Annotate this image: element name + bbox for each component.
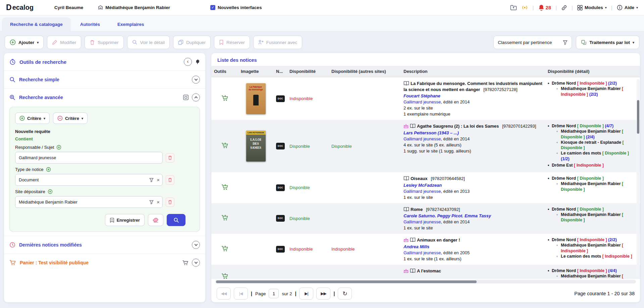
current-site[interactable]: Médiathèque Benjamin Rabier	[98, 5, 170, 10]
availability-count-link[interactable]: (4/7)	[605, 124, 613, 128]
tab-recherche-catalogage[interactable]: Recherche & catalogage	[2, 17, 71, 31]
run-search-button[interactable]	[167, 214, 185, 226]
current-user[interactable]: Cyril Beaume	[54, 5, 83, 10]
layers-icon	[581, 40, 587, 45]
delete-criteria-icon[interactable]	[166, 153, 174, 163]
add-to-cart-icon[interactable]	[221, 273, 228, 279]
responsable-sujet-input[interactable]	[15, 152, 163, 164]
record-row[interactable]: A l'estomacDrôme Nord [ Indisponible ] (…	[211, 265, 640, 279]
filter-funnel-icon[interactable]	[149, 178, 154, 182]
simple-search-section[interactable]: Recherche simple	[4, 71, 205, 88]
duplicate-button[interactable]: Dupliquer	[173, 36, 211, 49]
help-menu[interactable]: Aide ▾	[617, 5, 638, 10]
next-page-button[interactable]: ▶|	[299, 288, 313, 300]
checkbox-checked-icon[interactable]: ✓	[210, 5, 215, 10]
cart-section[interactable]: Panier : Test visibilité publique	[4, 254, 205, 271]
record-row[interactable]: DOCIndisponibleIndisponibleAnimaux en da…	[211, 234, 640, 265]
add-to-cart-icon[interactable]	[221, 215, 228, 221]
record-authors-link[interactable]: Foucart Stéphane	[404, 93, 542, 98]
page-number-input[interactable]	[269, 289, 279, 298]
site-depositaire-input[interactable]	[15, 196, 163, 208]
batch-processing-button[interactable]: Traitements par lot ▾	[576, 36, 639, 49]
delete-criteria-icon[interactable]	[166, 197, 174, 207]
collapse-section-button[interactable]	[192, 93, 200, 101]
record-authors-link[interactable]: Lesley McFadzean	[404, 183, 542, 188]
copies-info: 1 sugg. sur le site (1 sugg. ailleurs)	[404, 148, 542, 153]
collapse-panel-button[interactable]: ‹	[184, 58, 192, 66]
record-authors-link[interactable]: Andrea Mills	[404, 244, 542, 249]
popout-icon[interactable]	[183, 94, 189, 100]
record-row[interactable]: DOCDisponibleRome[9782742437092]Carole S…	[211, 203, 640, 234]
vertical-scrollbar-thumb[interactable]	[637, 100, 639, 134]
app-logo[interactable]: Decalog	[6, 3, 34, 12]
modules-menu[interactable]: Modules ▾	[577, 5, 607, 10]
beacon-icon[interactable]	[521, 5, 528, 10]
publisher-link[interactable]: Gallimard jeunesse	[404, 250, 441, 255]
filter-funnel-icon[interactable]	[149, 200, 154, 204]
add-button[interactable]: Ajouter ▾	[5, 36, 44, 49]
publisher-link[interactable]: Gallimard jeunesse	[404, 136, 441, 141]
add-to-cart-icon[interactable]	[221, 95, 228, 101]
add-field-icon[interactable]	[48, 189, 53, 194]
export-folder-icon[interactable]	[510, 5, 517, 10]
add-to-cart-icon[interactable]	[221, 246, 228, 252]
modify-button[interactable]: Modifier	[47, 36, 81, 49]
site-status: [ Indisponible ]	[574, 163, 604, 168]
type-de-notice-input[interactable]	[15, 174, 163, 186]
availability-count-link[interactable]: (4/4)	[608, 268, 617, 273]
previous-page-button[interactable]: |◀	[234, 288, 248, 300]
book-cover-thumbnail[interactable]: La Fabriquedu mensonge	[246, 83, 266, 114]
availability-count-link[interactable]: (2/2)	[608, 237, 617, 242]
tab-exemplaires[interactable]: Exemplaires	[109, 17, 152, 31]
view-detail-button[interactable]: Voir le détail	[127, 36, 170, 49]
new-interfaces-toggle[interactable]: ✓ Nouvelles interfaces	[210, 5, 262, 10]
tab-autorites[interactable]: Autorités	[72, 17, 108, 31]
clear-form-button[interactable]	[148, 214, 163, 226]
add-to-cart-icon[interactable]	[221, 142, 228, 149]
record-authors-link[interactable]: Carole Saturno. Peggy Picot. Emma Tassy	[404, 213, 542, 218]
horizontal-scrollbar-thumb[interactable]	[216, 280, 477, 283]
vertical-scrollbar[interactable]	[637, 79, 640, 278]
reserve-button[interactable]: Réserver	[214, 36, 250, 49]
record-row[interactable]: La Fabriquedu mensongeDOCIndisponibleLa …	[211, 77, 640, 120]
record-row[interactable]: LARS PETTERSSONLA LOIDESSAMESDOCDisponib…	[211, 120, 640, 172]
link-chain-icon[interactable]	[561, 5, 567, 11]
remove-criteria-button[interactable]: Critère ▾	[53, 113, 88, 124]
availability-count-link[interactable]: (2/2)	[608, 81, 617, 86]
first-page-button[interactable]: ◀◀	[217, 288, 231, 300]
expand-section-button[interactable]	[192, 76, 200, 84]
branch-site-name: Médiathèque Benjamin Rabier	[561, 212, 621, 217]
availability-count-link[interactable]: (1/2)	[561, 157, 570, 161]
availability-count-link[interactable]: (2/2)	[589, 92, 598, 97]
record-authors-link[interactable]: Lars Pettersson (1943 – ...)	[404, 130, 542, 135]
horizontal-scrollbar[interactable]	[215, 280, 636, 283]
expand-section-button[interactable]	[192, 241, 200, 249]
add-to-cart-icon[interactable]	[221, 184, 228, 190]
expand-section-button[interactable]	[192, 259, 200, 267]
add-field-icon[interactable]	[46, 167, 51, 172]
merge-button[interactable]: Fusionner avec	[253, 36, 302, 49]
publisher-link[interactable]: Gallimard jeunesse	[404, 219, 441, 224]
publisher-link[interactable]: Gallimard jeunesse	[404, 99, 441, 104]
search-tools-header[interactable]: Outils de recherche ‹	[4, 53, 205, 71]
clear-field-icon[interactable]: ×	[157, 200, 160, 205]
cart-view-icon[interactable]	[182, 260, 189, 266]
last-page-button[interactable]: ▶▶	[316, 288, 330, 300]
advanced-search-section[interactable]: Recherche avancée	[4, 88, 205, 106]
book-cover-thumbnail[interactable]: LARS PETTERSSONLA LOIDESSAMES	[246, 131, 266, 162]
plus-circle-icon	[10, 39, 16, 45]
clear-field-icon[interactable]: ×	[157, 177, 160, 182]
sort-order-select[interactable]: Classement par pertinence	[493, 36, 572, 49]
save-query-button[interactable]: Enregistrer	[105, 214, 145, 226]
publisher-link[interactable]: Gallimard jeunesse	[404, 189, 441, 194]
recent-records-section[interactable]: Dernières notices modifiées	[4, 236, 205, 254]
add-field-icon[interactable]	[56, 145, 61, 150]
pin-icon[interactable]	[195, 59, 200, 65]
record-row[interactable]: DOCDisponibleOiseaux[9782070644582]Lesle…	[211, 172, 640, 203]
add-criteria-button[interactable]: Critère ▾	[15, 113, 50, 124]
refresh-button[interactable]: ↻	[338, 288, 352, 300]
availability-count-link[interactable]: (2/4)	[586, 135, 595, 139]
delete-button[interactable]: Supprimer	[85, 36, 123, 49]
notifications-button[interactable]: 28	[538, 4, 551, 11]
delete-criteria-icon[interactable]	[166, 175, 174, 185]
